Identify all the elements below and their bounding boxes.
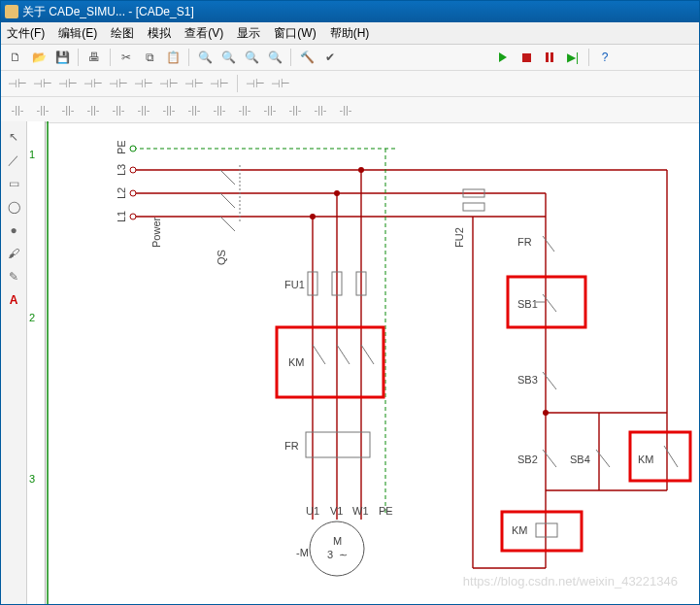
label-l1: L1 — [116, 211, 127, 222]
svg-line-37 — [543, 372, 556, 389]
zoom-out-button[interactable]: 🔍 — [241, 47, 262, 68]
symbol-button[interactable]: -||- — [83, 101, 104, 118]
label-fu2: FU2 — [453, 227, 465, 248]
step-button[interactable]: ▶| — [562, 47, 583, 68]
symbol-button[interactable]: ⊣⊢ — [7, 75, 28, 92]
ruler-mark: 3 — [29, 473, 35, 485]
label-power: Power — [150, 217, 162, 248]
symbol-button[interactable]: -||- — [209, 101, 230, 118]
symbol-button[interactable]: ⊣⊢ — [158, 75, 180, 92]
run-button[interactable] — [492, 47, 514, 68]
window-title: 关于 CADe_SIMU... - [CADe_S1] — [22, 4, 194, 20]
ruler-vertical: 1 2 3 — [27, 121, 46, 604]
symbol-button[interactable]: ⊣⊢ — [32, 75, 53, 92]
text-tool[interactable]: A — [4, 290, 23, 310]
copy-button[interactable]: ⧉ — [139, 47, 160, 68]
component-sb1: SB1 — [517, 294, 556, 312]
component-sb3: SB3 — [517, 372, 556, 389]
symbol-button[interactable]: ⊣⊢ — [83, 75, 104, 92]
build-button[interactable]: 🔨 — [296, 47, 317, 68]
line-tool[interactable]: ／ — [4, 151, 23, 170]
help-button[interactable]: ? — [594, 47, 616, 68]
component-km-coil: KM — [512, 523, 557, 537]
svg-rect-46 — [536, 523, 557, 537]
svg-point-2 — [130, 146, 136, 151]
zoom-fit-button[interactable]: 🔍 — [264, 47, 285, 68]
menu-display[interactable]: 显示 — [237, 25, 260, 42]
symbol-button[interactable]: ⊣⊢ — [133, 75, 154, 92]
new-button[interactable]: 🗋 — [5, 47, 26, 68]
canvas-area[interactable]: PE L3 L2 L1 Power QS — [46, 121, 699, 604]
svg-line-44 — [596, 450, 610, 467]
symbol-button[interactable]: ⊣⊢ — [209, 75, 230, 92]
svg-point-8 — [130, 214, 136, 219]
find-button[interactable]: 🔍 — [194, 47, 216, 68]
svg-text:∼: ∼ — [339, 549, 348, 560]
symbol-toolbar-2: -||- -||- -||- -||- -||- -||- -||- -||- … — [1, 97, 699, 123]
paste-button[interactable]: 📋 — [162, 47, 183, 68]
label-km: KM — [288, 356, 305, 368]
zoom-in-button[interactable]: 🔍 — [217, 47, 239, 68]
label-sb2: SB2 — [517, 454, 538, 465]
label-l2: L2 — [116, 187, 127, 199]
pointer-tool[interactable]: ↖ — [4, 127, 23, 147]
symbol-button[interactable]: -||- — [310, 101, 331, 118]
symbol-button[interactable]: ⊣⊢ — [183, 75, 205, 92]
symbol-button[interactable]: -||- — [7, 101, 28, 118]
separator — [110, 49, 111, 66]
label-km3: KM — [512, 524, 528, 536]
svg-line-23 — [313, 345, 325, 364]
label-fr: FR — [284, 440, 299, 452]
svg-point-27 — [310, 521, 364, 576]
label-fr2: FR — [517, 236, 532, 248]
open-button[interactable]: 📂 — [28, 47, 50, 68]
menu-window[interactable]: 窗口(W) — [274, 25, 316, 42]
menu-view[interactable]: 查看(V) — [184, 25, 223, 42]
toolbar-main: 🗋 📂 💾 🖶 ✂ ⧉ 📋 🔍 🔍 🔍 🔍 🔨 ✔ ▶| ? — [1, 45, 699, 71]
menu-file[interactable]: 文件(F) — [7, 25, 45, 42]
symbol-button[interactable]: -||- — [284, 101, 306, 118]
cut-button[interactable]: ✂ — [116, 47, 137, 68]
symbol-button[interactable]: -||- — [32, 101, 53, 118]
stop-button[interactable] — [516, 47, 537, 68]
pencil-tool[interactable]: ✎ — [4, 267, 23, 286]
symbol-button[interactable]: ⊣⊢ — [245, 75, 266, 92]
symbol-button[interactable]: ⊣⊢ — [57, 75, 79, 92]
svg-point-6 — [130, 167, 136, 173]
save-button[interactable]: 💾 — [51, 47, 73, 68]
component-qs: QS — [216, 165, 240, 265]
app-icon — [5, 5, 18, 18]
symbol-button[interactable]: -||- — [335, 101, 356, 118]
brush-tool[interactable]: 🖌 — [4, 244, 23, 263]
menu-edit[interactable]: 编辑(E) — [58, 25, 97, 42]
svg-line-25 — [361, 345, 374, 364]
svg-point-39 — [543, 410, 549, 416]
symbol-button[interactable]: ⊣⊢ — [108, 75, 129, 92]
circle-tool[interactable]: ◯ — [4, 197, 23, 217]
label-sb3: SB3 — [517, 374, 538, 386]
menu-help[interactable]: 帮助(H) — [330, 25, 370, 42]
symbol-button[interactable]: ⊣⊢ — [270, 75, 291, 92]
svg-line-9 — [220, 170, 235, 185]
rect-tool[interactable]: ▭ — [4, 174, 23, 193]
fill-circle-tool[interactable]: ● — [4, 220, 23, 240]
symbol-button[interactable]: -||- — [133, 101, 154, 118]
menu-draw[interactable]: 绘图 — [111, 25, 134, 42]
pause-button[interactable] — [539, 47, 560, 68]
check-button[interactable]: ✔ — [319, 47, 341, 68]
menu-sim[interactable]: 模拟 — [148, 25, 171, 42]
print-button[interactable]: 🖶 — [83, 47, 105, 68]
component-motor: M 3 ∼ -M — [296, 521, 364, 576]
symbol-button[interactable]: -||- — [57, 101, 79, 118]
label-fu1: FU1 — [284, 279, 305, 290]
label-m: M — [333, 535, 342, 547]
label-m3: 3 — [327, 549, 333, 560]
symbol-button[interactable]: -||- — [108, 101, 129, 118]
symbol-button[interactable]: -||- — [259, 101, 281, 118]
symbol-button[interactable]: -||- — [158, 101, 180, 118]
symbol-button[interactable]: -||- — [234, 101, 255, 118]
component-fu1: FU1 — [284, 272, 366, 295]
titlebar: 关于 CADe_SIMU... - [CADe_S1] — [1, 1, 699, 22]
label-l3: L3 — [116, 164, 127, 176]
symbol-button[interactable]: -||- — [183, 101, 205, 118]
